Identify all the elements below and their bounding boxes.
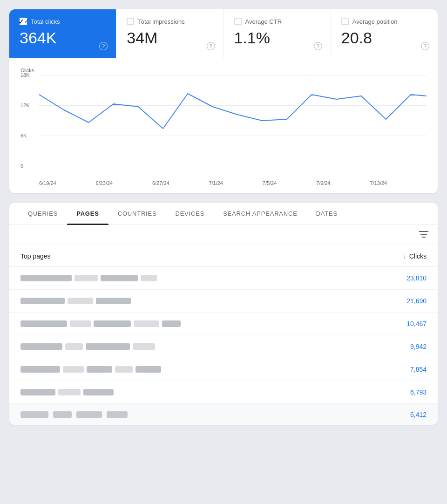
chart-container: 18K 12K 6K 0 xyxy=(20,75,427,177)
checkbox-average-ctr[interactable] xyxy=(234,18,242,25)
tab-queries[interactable]: QUERIES xyxy=(19,203,67,225)
footer-clicks: 6,412 xyxy=(410,411,427,418)
metric-average-position-value: 20.8 xyxy=(341,30,427,46)
metric-total-clicks-info[interactable]: ? xyxy=(99,42,108,50)
checkbox-total-impressions[interactable] xyxy=(127,18,134,25)
metric-average-position-info[interactable]: ? xyxy=(421,42,429,50)
metric-average-ctr-info[interactable]: ? xyxy=(314,42,322,50)
metric-average-position-label: Average position xyxy=(352,18,398,25)
table-row[interactable]: 23,810 xyxy=(9,267,438,290)
tab-devices[interactable]: DEVICES xyxy=(166,203,214,225)
metric-total-impressions-value: 34M xyxy=(127,30,213,46)
table-row[interactable]: 9,942 xyxy=(9,335,438,358)
metrics-chart-card: ✓ Total clicks 364K ? Total impressions … xyxy=(9,9,438,193)
row-url-1 xyxy=(20,298,131,304)
row-url-3 xyxy=(20,343,155,350)
table-header: Top pages ↓ Clicks xyxy=(9,244,438,267)
table-header-right-label[interactable]: ↓ Clicks xyxy=(403,252,427,260)
metric-total-impressions-label: Total impressions xyxy=(138,18,184,25)
tab-search-appearance[interactable]: SEARCH APPEARANCE xyxy=(214,203,307,225)
metric-average-ctr[interactable]: Average CTR 1.1% ? xyxy=(224,9,331,58)
tab-countries[interactable]: COUNTRIES xyxy=(108,203,166,225)
tabs-row: QUERIES PAGES COUNTRIES DEVICES SEARCH A… xyxy=(9,203,438,225)
y-tick-0: 0 xyxy=(20,163,23,169)
row-url-0 xyxy=(20,275,157,281)
x-tick-1: 6/23/24 xyxy=(95,180,113,186)
row-clicks-1: 21,690 xyxy=(406,297,427,305)
metric-total-impressions-info[interactable]: ? xyxy=(207,42,215,50)
chart-area: Clicks 18K 12K 6K 0 6/19/24 6/23/24 6/27… xyxy=(9,58,438,193)
table-header-left-label: Top pages xyxy=(20,252,51,260)
sort-arrow-icon: ↓ xyxy=(403,252,406,260)
tab-pages[interactable]: PAGES xyxy=(67,203,108,225)
filter-row xyxy=(9,225,438,244)
metric-total-clicks-value: 364K xyxy=(20,30,106,46)
table-row[interactable]: 10,467 xyxy=(9,313,438,335)
y-tick-6k: 6K xyxy=(20,133,27,138)
y-tick-18k: 18K xyxy=(20,72,30,78)
x-tick-2: 6/27/24 xyxy=(152,180,169,186)
x-tick-6: 7/13/24 xyxy=(370,180,387,186)
footer-url xyxy=(20,411,128,418)
tabs-table-card: QUERIES PAGES COUNTRIES DEVICES SEARCH A… xyxy=(9,203,438,425)
table-row[interactable]: 21,690 xyxy=(9,290,438,313)
checkbox-average-position[interactable] xyxy=(341,18,349,25)
row-clicks-5: 6,793 xyxy=(410,388,427,396)
chart-svg xyxy=(39,75,427,166)
clicks-column-label: Clicks xyxy=(409,252,427,260)
x-tick-0: 6/19/24 xyxy=(39,180,56,186)
chart-y-label: Clicks xyxy=(20,68,427,73)
x-tick-4: 7/5/24 xyxy=(263,180,277,186)
metric-average-ctr-label: Average CTR xyxy=(245,18,282,25)
table-row[interactable]: 7,854 xyxy=(9,358,438,381)
y-tick-12k: 12K xyxy=(20,102,30,108)
tab-dates[interactable]: DATES xyxy=(307,203,347,225)
row-clicks-4: 7,854 xyxy=(410,366,427,373)
grid-line-0 xyxy=(39,166,427,166)
metric-average-position[interactable]: Average position 20.8 ? xyxy=(331,9,438,58)
row-clicks-2: 10,467 xyxy=(406,320,427,327)
row-url-5 xyxy=(20,389,114,395)
metric-total-clicks[interactable]: ✓ Total clicks 364K ? xyxy=(9,9,116,58)
row-url-4 xyxy=(20,366,161,373)
metric-average-ctr-value: 1.1% xyxy=(234,30,320,46)
row-url-2 xyxy=(20,320,181,327)
footer-row[interactable]: 6,412 xyxy=(9,404,438,425)
metrics-row: ✓ Total clicks 364K ? Total impressions … xyxy=(9,9,438,58)
filter-button[interactable] xyxy=(419,231,428,238)
metric-total-clicks-label: Total clicks xyxy=(31,18,60,25)
row-clicks-0: 23,810 xyxy=(406,274,427,282)
x-axis: 6/19/24 6/23/24 6/27/24 7/1/24 7/5/24 7/… xyxy=(39,180,427,186)
row-clicks-3: 9,942 xyxy=(410,343,427,350)
table-row[interactable]: 6,793 xyxy=(9,381,438,404)
x-tick-3: 7/1/24 xyxy=(209,180,223,186)
x-tick-5: 7/9/24 xyxy=(316,180,331,186)
checkbox-total-clicks[interactable]: ✓ xyxy=(20,18,27,25)
metric-total-impressions[interactable]: Total impressions 34M ? xyxy=(116,9,224,58)
